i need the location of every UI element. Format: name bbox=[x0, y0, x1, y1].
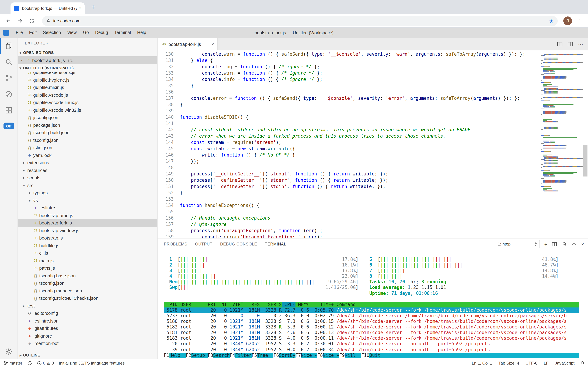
tree-item[interactable]: {}tsconfig.build.json bbox=[18, 129, 157, 136]
address-bar[interactable]: ide.coder.com ★ bbox=[42, 16, 558, 26]
app-logo[interactable] bbox=[3, 30, 9, 36]
cursor-position[interactable]: Ln 1, Col 1 bbox=[472, 361, 492, 366]
activitybar-source-control[interactable] bbox=[0, 70, 17, 86]
tree-item[interactable]: JSgulpfile.extensions.js bbox=[18, 72, 157, 76]
git-branch-indicator[interactable]: master bbox=[3, 361, 22, 366]
tree-item[interactable]: JSbootstrap-fork.js bbox=[18, 219, 157, 227]
menu-selection[interactable]: Selection bbox=[40, 28, 64, 38]
tree-item[interactable]: JSgulpfile.hygiene.js bbox=[18, 76, 157, 84]
language-mode[interactable]: JavaScript bbox=[555, 361, 574, 366]
new-terminal-icon[interactable]: + bbox=[544, 241, 547, 247]
sync-button[interactable] bbox=[27, 361, 32, 366]
tree-item[interactable]: JSmain.js bbox=[18, 257, 157, 264]
tree-item[interactable]: JSbootstrap-window.js bbox=[18, 227, 157, 234]
terminal[interactable]: 1 [||||||||||| 17.8%] 5 [|||||||||||||||… bbox=[157, 250, 579, 359]
maximize-panel-icon[interactable] bbox=[571, 242, 577, 247]
outline-header[interactable]: ▸ OUTLINE bbox=[18, 351, 157, 359]
tree-item[interactable]: {}tsconfig.strictNullChecks.json bbox=[18, 294, 157, 302]
open-editor-detail: src bbox=[67, 58, 73, 62]
menu-view[interactable]: View bbox=[64, 28, 80, 38]
tree-item[interactable]: JSgulpfile.mixin.js bbox=[18, 84, 157, 91]
tree-folder[interactable]: ▾src bbox=[18, 182, 157, 189]
panel-tab-problems[interactable]: PROBLEMS bbox=[164, 239, 187, 249]
split-editor-icon[interactable] bbox=[557, 41, 563, 47]
tree-item[interactable]: JSgulpfile.vscode.linux.js bbox=[18, 99, 157, 106]
panel-tab-output[interactable]: OUTPUT bbox=[195, 239, 212, 249]
activitybar-settings[interactable] bbox=[0, 348, 17, 355]
tree-item[interactable]: ◆.gitignore bbox=[18, 332, 157, 340]
tree-item[interactable]: {}tsconfig.monaco.json bbox=[18, 287, 157, 294]
back-button[interactable] bbox=[3, 16, 13, 25]
tree-item[interactable]: JScli.js bbox=[18, 249, 157, 257]
tree-item[interactable]: {}tslint.json bbox=[18, 144, 157, 151]
tree-item[interactable]: JSgulpfile.vscode.js bbox=[18, 91, 157, 99]
activity-bar: Off bbox=[0, 38, 18, 359]
tree-item[interactable]: ◆.mention-bot bbox=[18, 340, 157, 347]
new-tab-button[interactable]: + bbox=[89, 3, 97, 11]
split-terminal-icon[interactable] bbox=[552, 242, 557, 247]
tab-close-icon[interactable]: × bbox=[212, 42, 214, 46]
menu-file[interactable]: File bbox=[13, 28, 26, 38]
tab-close-icon[interactable]: × bbox=[79, 6, 81, 11]
tree-folder[interactable]: ▸vs bbox=[18, 197, 157, 204]
tree-item[interactable]: ●.eslintrc.json bbox=[18, 317, 157, 325]
tree-item[interactable]: {}jsconfig.json bbox=[18, 114, 157, 121]
problems-indicator[interactable]: 0 ⚠ 0 bbox=[37, 361, 54, 366]
close-editor-icon[interactable]: × bbox=[21, 58, 25, 62]
editor-layout-icon[interactable] bbox=[568, 41, 573, 47]
workspace-header[interactable]: ▾ UNTITLED (WORKSPACE) bbox=[18, 64, 157, 72]
tree-item[interactable]: ⚙.editorconfig bbox=[18, 309, 157, 317]
tree-item[interactable]: JSbootstrap-amd.js bbox=[18, 212, 157, 219]
minimap[interactable] bbox=[541, 52, 579, 190]
tree-item[interactable]: ●.eslintrc bbox=[18, 204, 157, 212]
editor-scrollbar[interactable] bbox=[580, 50, 588, 239]
bookmark-star-icon[interactable]: ★ bbox=[549, 18, 554, 24]
activitybar-explorer[interactable] bbox=[0, 38, 17, 54]
scrollbar-thumb[interactable] bbox=[583, 145, 588, 176]
terminal-picker[interactable]: 1: htop bbox=[495, 240, 540, 248]
panel-tab-debug-console[interactable]: DEBUG CONSOLE bbox=[220, 239, 257, 249]
tree-item[interactable]: {}tsconfig.json bbox=[18, 136, 157, 144]
tree-item[interactable]: JSgulpfile.vscode.win32.js bbox=[18, 106, 157, 114]
menu-help[interactable]: Help bbox=[134, 28, 149, 38]
tree-item[interactable]: ◆.gitattributes bbox=[18, 325, 157, 332]
tree-item[interactable]: JSbootstrap.js bbox=[18, 234, 157, 242]
menu-debug[interactable]: Debug bbox=[92, 28, 111, 38]
activitybar-extensions[interactable] bbox=[0, 102, 17, 118]
open-editors-header[interactable]: ▾ OPEN EDITORS bbox=[18, 49, 157, 56]
tree-item[interactable]: JSpaths.js bbox=[18, 264, 157, 272]
tree-folder[interactable]: ▸scripts bbox=[18, 174, 157, 182]
tab-size[interactable]: Tab Size: 4 bbox=[498, 361, 519, 366]
code-editor[interactable]: 1301311321331341351361371381391401411421… bbox=[157, 50, 588, 239]
status-off-badge[interactable]: Off bbox=[3, 123, 14, 129]
open-editor-item[interactable]: × JS bootstrap-fork.js src bbox=[18, 56, 157, 64]
menu-terminal[interactable]: Terminal bbox=[111, 28, 134, 38]
tree-folder[interactable]: ▸typings bbox=[18, 189, 157, 197]
tree-item[interactable]: JSbuildfile.js bbox=[18, 242, 157, 249]
tree-folder[interactable]: ▸resources bbox=[18, 167, 157, 174]
tree-item[interactable]: {}tsconfig.json bbox=[18, 279, 157, 287]
close-panel-icon[interactable]: × bbox=[581, 242, 584, 247]
tree-folder[interactable]: ▸extensions bbox=[18, 159, 157, 167]
encoding[interactable]: UTF-8 bbox=[525, 361, 538, 366]
activitybar-debug[interactable] bbox=[0, 86, 17, 102]
tree-folder[interactable]: ▸test bbox=[18, 302, 157, 309]
panel-tab-terminal[interactable]: TERMINAL bbox=[265, 239, 286, 249]
eol[interactable]: LF bbox=[544, 361, 549, 366]
menu-edit[interactable]: Edit bbox=[26, 28, 40, 38]
reload-button[interactable] bbox=[27, 16, 36, 25]
browser-tab[interactable]: bootstrap-fork.js — Untitled (W × bbox=[10, 2, 85, 14]
tree-item[interactable]: ◆yarn.lock bbox=[18, 151, 157, 159]
browser-toolbar: ide.coder.com ★ J ⋮ bbox=[0, 14, 588, 28]
editor-tab[interactable]: JS bootstrap-fork.js × bbox=[157, 38, 218, 50]
more-actions-icon[interactable]: ⋯ bbox=[578, 41, 583, 47]
kill-terminal-icon[interactable] bbox=[562, 242, 567, 247]
profile-avatar[interactable]: J bbox=[563, 17, 572, 25]
activitybar-search[interactable] bbox=[0, 54, 17, 70]
notifications-bell[interactable] bbox=[580, 361, 585, 366]
tree-item[interactable]: {}tsconfig.base.json bbox=[18, 272, 157, 279]
tree-item[interactable]: {}package.json bbox=[18, 121, 157, 129]
terminal-line: 5180 root 20 0 1021M 181M 3328 S 7.3 0.6… bbox=[164, 319, 579, 324]
menu-go[interactable]: Go bbox=[80, 28, 92, 38]
browser-menu-icon[interactable]: ⋮ bbox=[577, 17, 583, 24]
